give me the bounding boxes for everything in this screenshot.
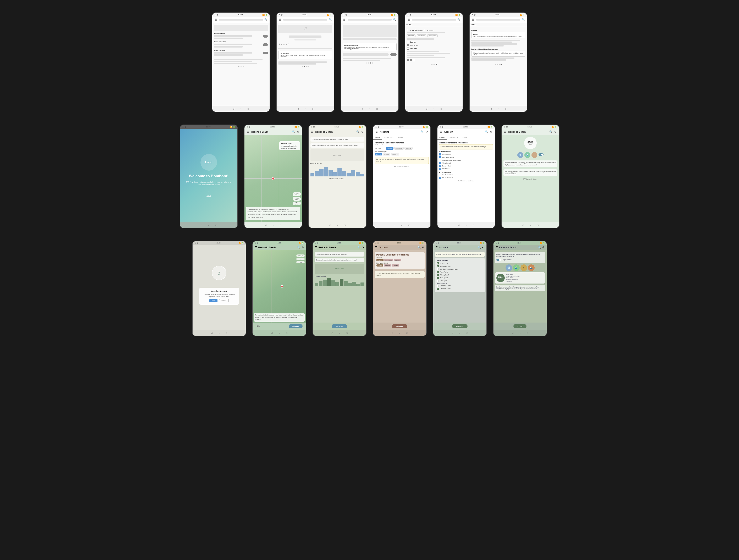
log-toggle-c[interactable]	[496, 259, 501, 261]
skill-advanced[interactable]: Advanced	[405, 147, 413, 150]
recent-btn-s[interactable]: □	[214, 223, 218, 227]
tab-profile-acc1[interactable]: Profile	[373, 135, 383, 140]
check-ps-ac2[interactable]: ✓	[437, 274, 439, 276]
wave-m-ac1[interactable]: M (5-9 ft)	[384, 264, 391, 267]
continue-ac2[interactable]: Continue	[452, 324, 468, 328]
settings-icon-map[interactable]: ⚙	[297, 130, 300, 133]
search-icon-cond[interactable]: 🔍	[356, 130, 359, 133]
recent-btn-map[interactable]: □	[279, 223, 282, 227]
back-btn-fc[interactable]: ◁	[511, 331, 514, 334]
skill-intermediate[interactable]: Intermediate	[394, 147, 404, 150]
tab-history-acc1[interactable]: History	[396, 135, 405, 140]
checkbox-advanced[interactable]	[407, 47, 409, 49]
search-icon[interactable]: 🔍	[265, 18, 268, 21]
recent-btn[interactable]: □	[247, 107, 250, 110]
back-btn-acc1[interactable]: ◁	[393, 223, 396, 227]
search-icon-ac2[interactable]: 🔍	[478, 246, 481, 249]
search-icon-final[interactable]: 🔍	[550, 130, 553, 133]
recent-btn-5[interactable]: □	[504, 107, 507, 110]
recent-btn-4[interactable]: □	[440, 107, 443, 110]
continue-map-c[interactable]: Continue	[289, 324, 303, 328]
recent-btn-loc[interactable]: □	[225, 331, 228, 334]
back-btn-ac2[interactable]: ◁	[451, 331, 454, 334]
continue-ac1[interactable]: Continue	[392, 324, 407, 328]
back-btn[interactable]: ◁	[232, 107, 235, 110]
search-icon-map[interactable]: 🔍	[292, 130, 295, 133]
search-icon-cc[interactable]: 🔍	[357, 246, 360, 249]
skill-int-ac1[interactable]: Intermediate	[384, 259, 393, 261]
recent-btn-fc[interactable]: □	[526, 331, 529, 334]
settings-icon-ac1[interactable]: ⚙	[422, 246, 424, 249]
back-btn-cond[interactable]: ◁	[328, 223, 332, 227]
search-icon-2[interactable]: 🔍	[329, 18, 332, 21]
menu-icon-acc2[interactable]: ☰	[440, 130, 442, 133]
wave-medium[interactable]: M (5-9 ft)	[383, 153, 390, 155]
search-icon-3[interactable]: 🔍	[393, 18, 396, 21]
home-btn-2[interactable]: ○	[304, 107, 307, 110]
wave-s-ac1[interactable]: S (1-4 ft)	[377, 264, 383, 267]
recent-btn-2[interactable]: □	[311, 107, 314, 110]
skill-adv-ac1[interactable]: Advanced	[394, 259, 401, 261]
tab-prefs-acc2[interactable]: Preferences	[447, 135, 460, 140]
skill-beginner[interactable]: Beginner	[386, 147, 394, 150]
back-btn-ac1[interactable]: ◁	[391, 331, 394, 334]
checkbox-beginner[interactable]	[407, 41, 409, 43]
skip-map-c[interactable]: Skip	[256, 325, 260, 327]
menu-icon-2[interactable]: ☰	[279, 18, 282, 21]
agree-btn[interactable]: Agree	[209, 299, 217, 302]
back-btn-5[interactable]: ◁	[489, 107, 492, 110]
check-wh-ac2[interactable]: ✓	[437, 262, 439, 264]
settings-icon-acc1[interactable]: ⚙	[425, 130, 428, 133]
home-btn-fc[interactable]: ○	[519, 331, 522, 334]
search-icon-acc1[interactable]: 🔍	[421, 130, 424, 133]
settings-icon-final[interactable]: ⚙	[554, 130, 557, 133]
tab-profile-acc2[interactable]: Profile	[437, 135, 447, 140]
settings-icon-cond[interactable]: ⚙	[361, 130, 364, 133]
search-icon-4[interactable]: 🔍	[458, 18, 460, 21]
home-btn-5[interactable]: ○	[496, 107, 500, 110]
home-btn-ac1[interactable]: ○	[398, 331, 401, 334]
back-btn-mc[interactable]: ◁	[270, 331, 274, 334]
home-btn-mc[interactable]: ○	[278, 331, 281, 334]
check-primary-swell[interactable]: ✓	[439, 165, 441, 167]
menu-icon-5[interactable]: ☰	[472, 18, 475, 21]
home-btn-3[interactable]: ○	[368, 107, 371, 110]
check-offshore[interactable]: ✓	[439, 177, 441, 179]
search-icon-acc2[interactable]: 🔍	[485, 130, 488, 133]
settings-icon-fc[interactable]: ⚙	[542, 246, 545, 249]
skill-beg-ac1[interactable]: Beginner	[377, 259, 384, 261]
checkbox-intermediate[interactable]	[407, 44, 409, 46]
menu-icon-mc[interactable]: ☰	[255, 246, 257, 249]
check-wind-speed[interactable]: ✓	[439, 168, 441, 170]
settings-icon-acc2[interactable]: ⚙	[490, 130, 493, 133]
home-btn-acc2[interactable]: ○	[464, 223, 468, 227]
home-btn-final[interactable]: ○	[529, 223, 532, 227]
wave-large[interactable]: L (8-20 ft)	[391, 153, 399, 155]
search-icon-fc[interactable]: 🔍	[538, 246, 541, 249]
home-btn-cc[interactable]: ○	[338, 331, 341, 334]
home-btn-ac2[interactable]: ○	[458, 331, 461, 334]
menu-icon-3[interactable]: ☰	[343, 18, 346, 21]
settings-icon-ac2[interactable]: ⚙	[482, 246, 484, 249]
menu-icon-fc[interactable]: ☰	[495, 246, 498, 249]
tab-prefs-acc1[interactable]: Preferences	[382, 135, 395, 140]
recent-btn-acc1[interactable]: □	[408, 223, 411, 227]
check-offshore-ac2[interactable]: ✓	[437, 288, 439, 290]
menu-icon-ac1[interactable]: ☰	[375, 246, 378, 249]
search-icon-mc[interactable]: 🔍	[297, 246, 300, 249]
back-btn-4[interactable]: ◁	[425, 107, 428, 110]
home-btn-acc1[interactable]: ○	[400, 223, 404, 227]
settings-icon-cc[interactable]: ⚙	[362, 246, 364, 249]
search-icon-5[interactable]: 🔍	[522, 18, 525, 21]
home-btn-map[interactable]: ○	[271, 223, 275, 227]
home-btn-s[interactable]: ○	[207, 223, 210, 227]
home-btn[interactable]: ○	[239, 107, 243, 110]
check-swh-ac2[interactable]	[437, 268, 439, 270]
back-btn-2[interactable]: ◁	[296, 107, 299, 110]
menu-icon-4[interactable]: ☰	[407, 18, 410, 21]
home-btn-loc[interactable]: ○	[217, 331, 221, 334]
back-btn-cc[interactable]: ◁	[330, 331, 334, 334]
finish-btn[interactable]: Finish	[513, 324, 527, 328]
home-btn-cond[interactable]: ○	[336, 223, 339, 227]
home-btn-4[interactable]: ○	[432, 107, 436, 110]
